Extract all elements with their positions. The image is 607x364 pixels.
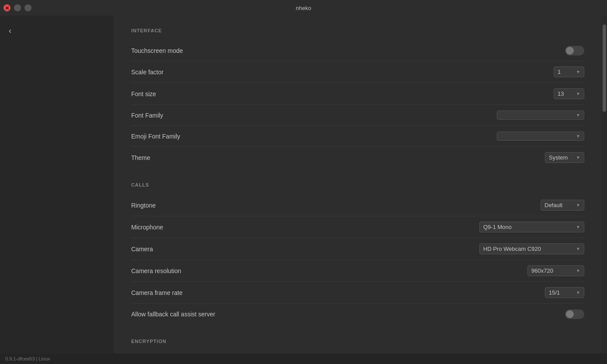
camera-row: Camera HD Pro Webcam C920 ▼ xyxy=(131,238,584,260)
toggle-knob xyxy=(566,310,574,318)
font-family-dropdown[interactable]: ▼ xyxy=(497,111,584,120)
chevron-down-icon: ▼ xyxy=(576,225,580,229)
ringtone-dropdown[interactable]: Default ▼ xyxy=(541,200,584,211)
ringtone-label: Ringtone xyxy=(131,202,156,209)
fallback-server-toggle[interactable] xyxy=(565,309,584,319)
camera-frame-rate-label: Camera frame rate xyxy=(131,289,182,296)
camera-frame-rate-value: 15/1 xyxy=(549,289,573,296)
version-label: 0.9.1-dfcee63 | Linux xyxy=(5,356,50,361)
touchscreen-mode-row: Touchscreen mode xyxy=(131,40,584,61)
sidebar: ‹ xyxy=(0,16,114,364)
camera-resolution-dropdown[interactable]: 960x720 ▼ xyxy=(527,265,584,276)
window-controls: ✕ xyxy=(3,4,31,11)
camera-dropdown[interactable]: HD Pro Webcam C920 ▼ xyxy=(479,243,584,254)
chevron-down-icon: ▼ xyxy=(576,246,580,251)
interface-header: INTERFACE xyxy=(131,28,584,33)
encryption-header: ENCRYPTION xyxy=(131,339,584,344)
chevron-down-icon: ▼ xyxy=(576,203,580,208)
close-button[interactable]: ✕ xyxy=(3,4,10,11)
camera-resolution-label: Camera resolution xyxy=(131,267,181,274)
scale-factor-label: Scale factor xyxy=(131,69,164,76)
theme-value: System xyxy=(549,154,573,161)
chevron-down-icon: ▼ xyxy=(576,290,580,295)
chevron-down-icon: ▼ xyxy=(576,113,580,118)
minimize-button[interactable] xyxy=(14,4,21,11)
theme-dropdown[interactable]: System ▼ xyxy=(545,152,584,163)
microphone-label: Microphone xyxy=(131,224,163,231)
font-size-dropdown[interactable]: 13 ▼ xyxy=(554,88,584,99)
font-size-label: Font size xyxy=(131,90,156,97)
chevron-down-icon: ▼ xyxy=(576,134,580,139)
fallback-server-row: Allow fallback call assist server xyxy=(131,304,584,325)
camera-frame-rate-dropdown[interactable]: 15/1 ▼ xyxy=(545,287,584,298)
microphone-value: Q9-1 Mono xyxy=(483,224,573,230)
font-size-row: Font size 13 ▼ xyxy=(131,83,584,105)
chevron-down-icon: ▼ xyxy=(576,69,580,74)
scale-factor-dropdown[interactable]: 1 ▼ xyxy=(554,66,584,77)
microphone-row: Microphone Q9-1 Mono ▼ xyxy=(131,216,584,238)
statusbar: 0.9.1-dfcee63 | Linux xyxy=(0,354,607,364)
emoji-font-family-row: Emoji Font Family ▼ xyxy=(131,126,584,147)
scale-factor-value: 1 xyxy=(558,69,573,75)
calls-header: CALLS xyxy=(131,182,584,187)
ringtone-value: Default xyxy=(544,202,573,208)
font-size-value: 13 xyxy=(558,90,573,97)
chevron-down-icon: ▼ xyxy=(576,91,580,96)
camera-resolution-row: Camera resolution 960x720 ▼ xyxy=(131,260,584,282)
fallback-server-label: Allow fallback call assist server xyxy=(131,311,215,318)
calls-section: CALLS Ringtone Default ▼ Microphone Q9-1… xyxy=(131,182,584,325)
camera-label: Camera xyxy=(131,246,153,253)
maximize-button[interactable] xyxy=(24,4,31,11)
touchscreen-mode-label: Touchscreen mode xyxy=(131,47,183,54)
touchscreen-mode-toggle[interactable] xyxy=(565,46,584,55)
main-content: INTERFACE Touchscreen mode Scale factor … xyxy=(114,16,602,364)
microphone-dropdown[interactable]: Q9-1 Mono ▼ xyxy=(479,222,584,232)
chevron-down-icon: ▼ xyxy=(576,155,580,160)
camera-value: HD Pro Webcam C920 xyxy=(483,246,573,252)
camera-frame-rate-row: Camera frame rate 15/1 ▼ xyxy=(131,282,584,304)
font-family-label: Font Family xyxy=(131,112,163,119)
scrollbar-thumb[interactable] xyxy=(603,24,606,112)
scrollbar[interactable] xyxy=(602,16,607,364)
emoji-font-family-dropdown[interactable]: ▼ xyxy=(497,132,584,141)
font-family-row: Font Family ▼ xyxy=(131,105,584,126)
back-button[interactable]: ‹ xyxy=(0,23,20,39)
theme-row: Theme System ▼ xyxy=(131,147,584,168)
camera-resolution-value: 960x720 xyxy=(531,267,573,274)
app-title: nheko xyxy=(296,5,311,11)
chevron-down-icon: ▼ xyxy=(576,268,580,273)
scale-factor-row: Scale factor 1 ▼ xyxy=(131,61,584,83)
emoji-font-family-label: Emoji Font Family xyxy=(131,133,180,140)
ringtone-row: Ringtone Default ▼ xyxy=(131,194,584,216)
app-layout: ‹ INTERFACE Touchscreen mode Scale facto… xyxy=(0,16,607,364)
titlebar: ✕ nheko xyxy=(0,0,607,16)
back-icon: ‹ xyxy=(9,26,11,35)
toggle-knob xyxy=(566,47,574,55)
interface-section: INTERFACE Touchscreen mode Scale factor … xyxy=(131,28,584,168)
theme-label: Theme xyxy=(131,154,150,161)
close-icon: ✕ xyxy=(5,5,10,11)
